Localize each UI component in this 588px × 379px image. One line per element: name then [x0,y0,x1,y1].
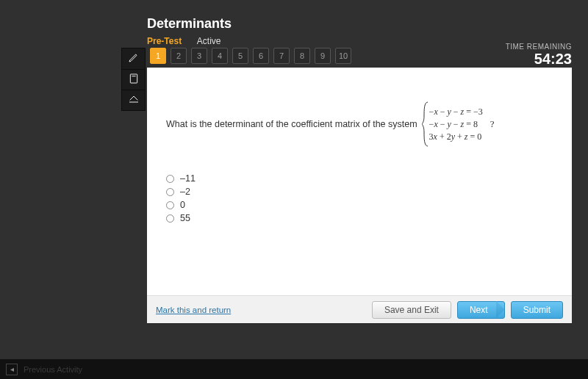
equation-2: −x − y − z = 8 [429,119,483,130]
tab-pretest[interactable]: Pre-Test [147,36,182,46]
save-exit-button[interactable]: Save and Exit [372,301,451,319]
option-label: –2 [180,187,190,197]
question-nav-5[interactable]: 5 [232,48,248,64]
question-nav-10[interactable]: 10 [335,48,351,64]
timer-label: TIME REMAINING [506,43,572,51]
question-nav-9[interactable]: 9 [315,48,331,64]
equation-3: 3x + 2y + z = 0 [429,131,483,142]
question-nav-4[interactable]: 4 [212,48,228,64]
collapse-tool[interactable] [122,90,145,110]
left-brace-icon [422,101,429,147]
radio-icon [166,201,174,209]
previous-activity-label: Previous Activity [24,365,82,374]
radio-icon [166,175,174,183]
timer: TIME REMAINING 54:23 [506,43,572,68]
option-label: –11 [180,173,196,184]
option-label: 0 [180,200,185,210]
question-nav-3[interactable]: 3 [191,48,207,64]
tab-active[interactable]: Active [197,36,221,46]
collapse-icon [128,93,140,108]
question-nav-2[interactable]: 2 [171,48,187,64]
question-nav-6[interactable]: 6 [253,48,269,64]
pencil-tool[interactable] [122,48,145,69]
question-mark: ? [486,118,495,130]
option-label: 55 [180,213,190,223]
option-d[interactable]: 55 [166,212,553,225]
previous-activity-bar: ◂ Previous Activity [0,359,588,379]
chevron-left-icon: ◂ [10,365,14,373]
question-prompt: What is the determinant of the coefficie… [166,119,417,129]
calculator-icon [128,73,140,87]
calculator-tool[interactable] [122,69,145,90]
timer-value: 54:23 [506,51,572,68]
question-nav-1[interactable]: 1 [150,48,166,64]
radio-icon [166,188,174,196]
option-c[interactable]: 0 [166,198,553,212]
option-b[interactable]: –2 [166,185,553,198]
previous-activity-button[interactable]: ◂ [6,364,18,375]
page-title: Determinants [147,16,232,32]
question-nav-8[interactable]: 8 [294,48,310,64]
submit-button[interactable]: Submit [511,301,563,319]
radio-icon [166,214,174,223]
next-button[interactable]: Next [457,301,505,319]
question-panel: What is the determinant of the coefficie… [147,68,572,323]
question-nav-7[interactable]: 7 [273,48,290,64]
pencil-icon [128,51,140,66]
equation-1: −x − y − z = −3 [429,107,483,118]
toolbox [121,48,146,111]
svg-rect-0 [130,74,137,83]
answer-options: –11 –2 0 55 [166,172,553,225]
question-nav: 1 2 3 4 5 6 7 8 9 10 [150,48,351,64]
option-a[interactable]: –11 [166,172,553,185]
mark-return-link[interactable]: Mark this and return [156,306,231,314]
